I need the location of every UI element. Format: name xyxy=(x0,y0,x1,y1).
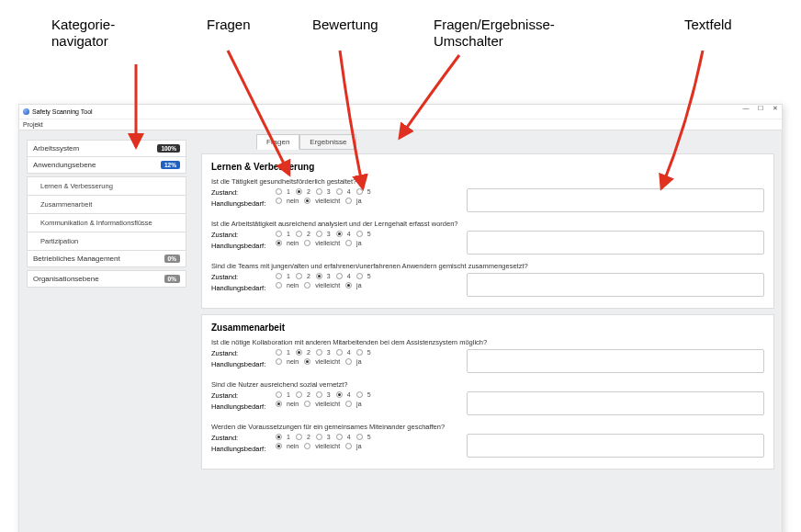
radio-hb-vielleicht[interactable] xyxy=(304,401,310,407)
progress-badge: 0% xyxy=(164,275,180,283)
radio-hb-nein[interactable] xyxy=(276,198,282,204)
radio-label: 3 xyxy=(327,434,331,440)
tab-fragen[interactable]: Fragen xyxy=(256,134,299,150)
radio-hb-vielleicht[interactable] xyxy=(304,358,310,365)
section-title: Lernen & Verbesserung xyxy=(211,162,764,172)
sidebar-sub-zusammenarbeit[interactable]: Zusammenarbeit xyxy=(27,195,186,213)
radio-zustand-2[interactable] xyxy=(296,231,302,237)
comment-textfield[interactable] xyxy=(467,231,764,255)
question-row: Zustand:Handlungsbedarf:12345neinviellei… xyxy=(211,273,764,297)
sidebar-sub-lernen[interactable]: Lernen & Verbesserung xyxy=(27,176,186,195)
radio-zustand-3[interactable] xyxy=(316,273,322,279)
radio-zustand-4[interactable] xyxy=(336,434,343,440)
close-button[interactable]: ✕ xyxy=(771,105,780,112)
radio-zustand-5[interactable] xyxy=(356,273,363,279)
minimize-button[interactable]: — xyxy=(741,105,750,112)
app-icon xyxy=(23,108,29,115)
radio-zustand-2[interactable] xyxy=(296,188,302,195)
radio-zustand-4[interactable] xyxy=(336,273,343,279)
app-body: Arbeitssystem 100% Anwendungsebene 12% L… xyxy=(19,130,782,532)
radio-zustand-4[interactable] xyxy=(336,188,343,195)
radio-zustand-4[interactable] xyxy=(336,349,343,356)
section-panel: ZusammenarbeitIst die nötige Kollaborati… xyxy=(201,314,774,470)
menu-projekt[interactable]: Projekt xyxy=(23,121,43,128)
radio-zustand-5[interactable] xyxy=(356,391,363,398)
radio-label: vielleicht xyxy=(315,198,340,204)
radio-hb-ja[interactable] xyxy=(345,401,352,407)
radio-zustand-5[interactable] xyxy=(356,434,363,440)
radio-hb-nein[interactable] xyxy=(276,443,282,449)
radio-zustand-5[interactable] xyxy=(356,231,363,237)
label-zustand: Zustand: xyxy=(211,434,268,442)
radio-zustand-1[interactable] xyxy=(276,273,282,279)
radio-zustand-2[interactable] xyxy=(296,391,302,398)
radio-hb-nein[interactable] xyxy=(276,358,282,365)
radio-label: nein xyxy=(287,282,299,289)
sidebar-item-arbeitssystem[interactable]: Arbeitssystem 100% xyxy=(27,140,186,156)
radio-zustand-1[interactable] xyxy=(276,391,282,398)
comment-textfield[interactable] xyxy=(467,188,764,212)
radio-zustand-3[interactable] xyxy=(316,391,322,398)
radio-hb-vielleicht[interactable] xyxy=(304,282,310,289)
sidebar-item-organisation[interactable]: Organisationsebene 0% xyxy=(27,270,186,288)
radio-zustand-3[interactable] xyxy=(316,231,322,237)
radio-label: 2 xyxy=(307,391,310,398)
radio-zustand-2[interactable] xyxy=(296,434,302,440)
radio-label: 2 xyxy=(307,349,310,356)
radio-zustand-3[interactable] xyxy=(316,188,322,195)
anno-textfeld: Textfeld xyxy=(684,17,732,33)
maximize-button[interactable]: ☐ xyxy=(756,105,765,112)
radio-zustand-5[interactable] xyxy=(356,349,363,356)
radio-label: 1 xyxy=(287,231,290,237)
label-handlungsbedarf: Handlungsbedarf: xyxy=(211,360,268,368)
radio-zustand-1[interactable] xyxy=(276,349,282,356)
question-text: Ist die Arbeitstätigkeit ausreichend ana… xyxy=(211,220,764,228)
sidebar-item-anwendungsebene[interactable]: Anwendungsebene 12% xyxy=(27,156,186,174)
radio-hb-ja[interactable] xyxy=(345,282,352,289)
radio-zustand-4[interactable] xyxy=(336,231,343,237)
comment-textfield[interactable] xyxy=(467,391,764,415)
radio-hb-vielleicht[interactable] xyxy=(304,240,310,246)
radio-label: 3 xyxy=(327,188,331,195)
radio-zustand-3[interactable] xyxy=(316,349,322,356)
question-row: Zustand:Handlungsbedarf:12345neinviellei… xyxy=(211,391,764,415)
sidebar-sub-kommunikation[interactable]: Kommunikation & Informationsflüsse xyxy=(27,213,186,232)
radio-hb-vielleicht[interactable] xyxy=(304,198,310,204)
radio-hb-nein[interactable] xyxy=(276,282,282,289)
radio-label: 1 xyxy=(287,273,290,279)
sidebar-item-management[interactable]: Betriebliches Management 0% xyxy=(27,250,186,267)
comment-textfield[interactable] xyxy=(467,434,764,458)
radio-label: 3 xyxy=(327,349,331,356)
radio-label: 1 xyxy=(287,188,290,195)
radio-zustand-1[interactable] xyxy=(276,231,282,237)
radio-hb-ja[interactable] xyxy=(345,358,352,365)
sidebar-item-label: Betriebliches Management xyxy=(33,255,120,263)
tab-ergebnisse[interactable]: Ergebnisse xyxy=(299,134,356,150)
radio-hb-ja[interactable] xyxy=(345,443,352,449)
radio-hb-nein[interactable] xyxy=(276,240,282,246)
radio-hb-ja[interactable] xyxy=(345,198,352,204)
comment-textfield[interactable] xyxy=(467,273,764,297)
anno-fragen: Fragen xyxy=(207,17,251,33)
titlebar: Safety Scanning Tool — ☐ ✕ xyxy=(19,105,782,119)
radio-label: vielleicht xyxy=(315,282,340,289)
anno-umschalter: Fragen/Ergebnisse- Umschalter xyxy=(434,17,555,50)
radio-zustand-1[interactable] xyxy=(276,188,282,195)
radio-hb-ja[interactable] xyxy=(345,240,352,246)
radio-zustand-2[interactable] xyxy=(296,273,302,279)
radio-zustand-2[interactable] xyxy=(296,349,302,356)
category-navigator: Arbeitssystem 100% Anwendungsebene 12% L… xyxy=(19,130,194,532)
radio-label: 5 xyxy=(367,188,371,195)
radio-zustand-5[interactable] xyxy=(356,188,363,195)
radio-zustand-4[interactable] xyxy=(336,391,343,398)
radio-hb-vielleicht[interactable] xyxy=(304,443,310,449)
anno-kategorie: Kategorie- navigator xyxy=(51,17,115,50)
sidebar-sub-partizipation[interactable]: Partizipation xyxy=(27,232,186,250)
label-handlungsbedarf: Handlungsbedarf: xyxy=(211,402,268,411)
radio-zustand-3[interactable] xyxy=(316,434,322,440)
radio-hb-nein[interactable] xyxy=(276,401,282,407)
comment-textfield[interactable] xyxy=(467,349,764,373)
radio-label: 1 xyxy=(287,349,290,356)
radio-label: 4 xyxy=(347,273,351,279)
radio-zustand-1[interactable] xyxy=(276,434,282,440)
